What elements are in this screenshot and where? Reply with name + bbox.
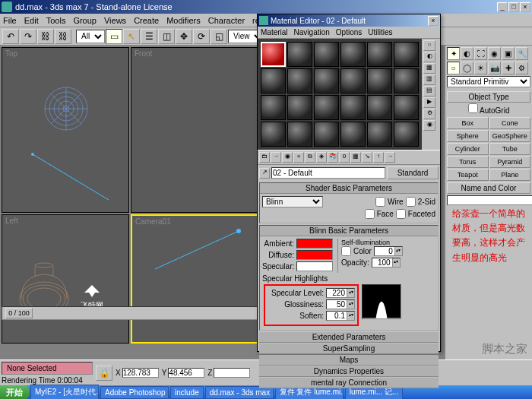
get-material-icon[interactable]: 🗀 (259, 152, 270, 163)
menu-character[interactable]: Character (208, 16, 245, 25)
make-copy-icon[interactable]: ⧉ (305, 152, 315, 163)
btn-torus[interactable]: Torus (447, 156, 489, 168)
subtab-lights[interactable]: ☀ (474, 62, 487, 74)
material-slot-3[interactable] (314, 42, 339, 67)
subtab-shapes[interactable]: ◯ (461, 62, 473, 74)
viewport-front[interactable]: Front (131, 47, 258, 213)
autogrid-checkbox[interactable] (468, 103, 478, 113)
menu-group[interactable]: Group (73, 16, 97, 25)
material-slot-15[interactable] (314, 95, 339, 120)
material-slot-18[interactable] (394, 95, 419, 120)
subtab-systems[interactable]: ⚙ (515, 62, 528, 74)
tab-utilities[interactable]: 🔧 (515, 47, 528, 60)
material-slot-6[interactable] (394, 42, 419, 67)
subtab-cameras[interactable]: 📷 (488, 62, 501, 74)
material-name-input[interactable] (271, 167, 385, 179)
ambient-swatch[interactable] (296, 239, 333, 249)
spinner-arrows-icon[interactable]: ▴▾ (392, 258, 400, 267)
tab-create[interactable]: ✦ (447, 47, 460, 60)
facemap-checkbox[interactable] (365, 209, 375, 219)
put-to-scene-icon[interactable]: → (271, 152, 281, 163)
geometry-category[interactable]: Standard Primitiv (447, 76, 530, 87)
minimize-button[interactable]: _ (497, 2, 508, 12)
material-slot-9[interactable] (314, 68, 339, 93)
time-slider-thumb[interactable]: 0 / 100 (5, 308, 33, 318)
material-slot-8[interactable] (287, 68, 312, 93)
put-library-icon[interactable]: 📚 (328, 152, 338, 163)
select-by-mat-icon[interactable]: ◉ (423, 120, 435, 131)
menu-edit[interactable]: Edit (24, 16, 39, 25)
spinner-arrows-icon[interactable]: ▴▾ (347, 289, 354, 297)
start-button[interactable]: 开始 (0, 385, 29, 400)
selection-filter[interactable]: All (76, 30, 105, 43)
btn-plane[interactable]: Plane (489, 169, 531, 181)
diffuse-swatch[interactable] (296, 250, 333, 260)
material-slot-20[interactable] (287, 122, 312, 147)
material-slot-14[interactable] (287, 95, 312, 120)
selfillum-value[interactable] (375, 247, 394, 255)
taskbar-item-2[interactable]: Adobe Photoshop (100, 386, 169, 399)
select-button[interactable]: ▭ (106, 29, 122, 44)
reset-icon[interactable]: × (293, 152, 304, 163)
close-button[interactable]: × (520, 2, 530, 12)
material-slot-11[interactable] (367, 68, 392, 93)
viewport-camera[interactable]: Camera01 (131, 214, 258, 344)
coord-y[interactable] (168, 368, 204, 378)
rollout-object-type[interactable]: Object Type (447, 91, 530, 103)
background-icon[interactable]: ▦ (423, 63, 435, 74)
undo-button[interactable]: ↶ (2, 29, 19, 44)
me-menu-material[interactable]: Material (261, 28, 288, 36)
material-slot-21[interactable] (314, 122, 339, 147)
go-sibling-icon[interactable]: → (385, 152, 395, 163)
subtab-geometry[interactable]: ○ (447, 62, 460, 74)
time-slider[interactable]: 0 / 100 (2, 306, 258, 320)
faceted-checkbox[interactable] (396, 209, 406, 219)
material-slot-23[interactable] (367, 122, 392, 147)
opacity-value[interactable] (372, 258, 392, 267)
mat-effects-icon[interactable]: 0 (339, 152, 350, 163)
specular-level-input[interactable] (327, 289, 347, 297)
show-end-icon[interactable]: ↘ (362, 152, 372, 163)
make-preview-icon[interactable]: ▶ (423, 97, 435, 108)
glossiness-input[interactable] (327, 300, 347, 309)
move-button[interactable]: ✥ (176, 29, 192, 44)
material-slot-13[interactable] (261, 95, 286, 120)
material-type-button[interactable]: Standard (387, 166, 439, 179)
unlink-button[interactable]: ⛓ (55, 29, 71, 44)
viewport-left[interactable]: Left 飞特网 fevte.com (2, 214, 129, 344)
me-menu-options[interactable]: Options (336, 28, 362, 36)
btn-tube[interactable]: Tube (489, 143, 531, 155)
options-icon[interactable]: ⚙ (423, 109, 435, 119)
material-slot-7[interactable] (261, 68, 286, 93)
taskbar-item-1[interactable]: MyIE2 - [火星时代... (30, 385, 99, 399)
spinner-arrows-icon[interactable]: ▴▾ (347, 312, 354, 320)
shader-dropdown[interactable]: Blinn (262, 196, 323, 207)
pick-icon[interactable]: ↗ (259, 168, 270, 179)
menu-file[interactable]: File (3, 16, 17, 25)
select-name-button[interactable]: ☰ (141, 29, 157, 44)
taskbar-item-3[interactable]: include (170, 386, 204, 399)
material-slot-10[interactable] (340, 68, 366, 93)
sample-type-icon[interactable]: ○ (423, 40, 435, 51)
wire-checkbox[interactable] (375, 197, 385, 207)
tab-display[interactable]: ▣ (502, 47, 515, 60)
me-menu-utilities[interactable]: Utilities (368, 28, 392, 36)
coord-z[interactable] (214, 368, 250, 378)
lock-icon[interactable]: 🔒 (96, 366, 112, 381)
soften-input[interactable] (327, 312, 347, 320)
assign-icon[interactable]: ◉ (282, 152, 293, 163)
show-map-icon[interactable]: ▦ (350, 152, 361, 163)
material-slot-22[interactable] (340, 122, 366, 147)
rotate-button[interactable]: ⟳ (193, 29, 210, 44)
tab-modify[interactable]: ◐ (461, 47, 473, 60)
select-arrow-button[interactable]: ↖ (123, 29, 140, 44)
material-slot-12[interactable] (394, 68, 419, 93)
video-check-icon[interactable]: ▤ (423, 86, 435, 97)
specular-swatch[interactable] (296, 261, 333, 271)
rollout-name-color[interactable]: Name and Color (447, 182, 530, 194)
menu-modifiers[interactable]: Modifiers (166, 16, 201, 25)
menu-create[interactable]: Create (134, 16, 159, 25)
scale-button[interactable]: ◱ (211, 29, 227, 44)
go-parent-icon[interactable]: ↑ (373, 152, 384, 163)
btn-cone[interactable]: Cone (489, 117, 531, 129)
